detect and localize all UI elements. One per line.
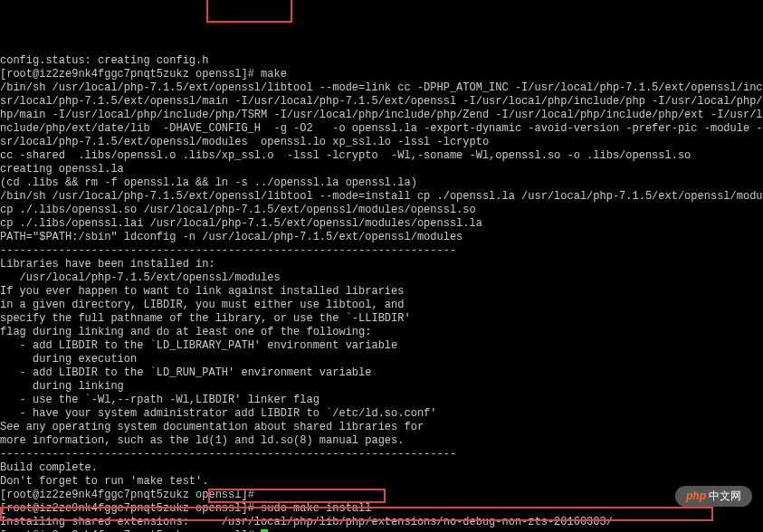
highlight-make-command [206, 0, 292, 23]
terminal-line: Libraries have been installed in: [0, 258, 763, 271]
badge-text: 中文网 [709, 489, 741, 503]
terminal-line: - have your system administrator add LIB… [0, 407, 763, 421]
terminal-output[interactable]: config.status: creating config.h[root@iz… [0, 54, 763, 532]
terminal-line: sr/local/php-7.1.5/ext/openssl/modules o… [0, 136, 763, 149]
terminal-line: more information, such as the ld(1) and … [0, 434, 763, 448]
terminal-line: specify the full pathname of the library… [0, 312, 763, 326]
watermark-badge: php 中文网 [675, 486, 752, 507]
terminal-line: creating openssl.la [0, 163, 763, 176]
terminal-line: [root@iz2ze9nk4fggc7pnqt5zukz openssl]# [0, 489, 763, 502]
terminal-line: Installing shared extensions: /usr/local… [0, 516, 763, 529]
terminal-line: ----------------------------------------… [0, 448, 763, 461]
terminal-line: /bin/sh /usr/local/php-7.1.5/ext/openssl… [0, 81, 763, 95]
terminal-line: cp ./.libs/openssl.so /usr/local/php-7.1… [0, 204, 763, 217]
terminal-line: If you ever happen to want to link again… [0, 285, 763, 299]
terminal-line: sr/local/php-7.1.5/ext/openssl/main -I/u… [0, 95, 763, 109]
terminal-line: cp ./.libs/openssl.lai /usr/local/php-7.… [0, 217, 763, 231]
terminal-line: during linking [0, 380, 763, 394]
terminal-line: nclude/php/ext/date/lib -DHAVE_CONFIG_H … [0, 122, 763, 136]
terminal-line: See any operating system documentation a… [0, 421, 763, 434]
terminal-line: flag during linking and do at least one … [0, 326, 763, 339]
terminal-line: [root@iz2ze9nk4fggc7pnqt5zukz openssl]# … [0, 502, 763, 516]
terminal-line: PATH="$PATH:/sbin" ldconfig -n /usr/loca… [0, 231, 763, 244]
terminal-line: - use the `-Wl,--rpath -Wl,LIBDIR' linke… [0, 394, 763, 407]
terminal-line: [root@iz2ze9nk4fggc7pnqt5zukz openssl]# … [0, 68, 763, 81]
terminal-line: in a given directory, LIBDIR, you must e… [0, 299, 763, 312]
terminal-line: - add LIBDIR to the `LD_RUN_PATH' enviro… [0, 366, 763, 380]
terminal-line: /bin/sh /usr/local/php-7.1.5/ext/openssl… [0, 190, 763, 204]
terminal-line: config.status: creating config.h [0, 54, 763, 68]
terminal-line: - add LIBDIR to the `LD_LIBRARY_PATH' en… [0, 339, 763, 353]
terminal-line: (cd .libs && rm -f openssl.la && ln -s .… [0, 176, 763, 190]
badge-logo-text: php [686, 489, 706, 503]
terminal-line: cc -shared .libs/openssl.o .libs/xp_ssl.… [0, 149, 763, 163]
terminal-line: during execution [0, 353, 763, 366]
terminal-line: hp/main -I/usr/local/php/include/php/TSR… [0, 109, 763, 122]
terminal-line: Don't forget to run 'make test'. [0, 475, 763, 489]
terminal-line: Build complete. [0, 461, 763, 475]
terminal-line: /usr/local/php-7.1.5/ext/openssl/modules [0, 271, 763, 285]
terminal-line: ----------------------------------------… [0, 244, 763, 258]
